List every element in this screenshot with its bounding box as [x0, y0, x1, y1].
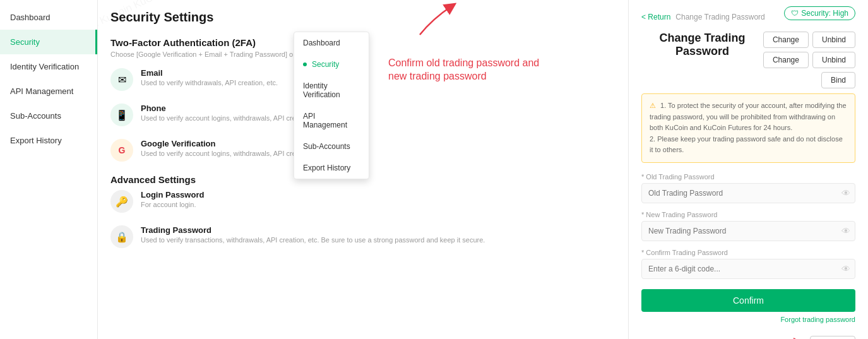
forgot-link[interactable]: Forgot trading password	[641, 316, 855, 323]
trading-pw-desc: Used to verify transactions, withdrawals…	[141, 236, 485, 244]
sidebar-item-export[interactable]: Export History	[0, 128, 97, 153]
sidebar-item-label: API Management	[10, 86, 73, 96]
old-pw-group: * Old Trading Password 👁	[641, 173, 855, 203]
trading-pw-content: Trading Password Used to verify transact…	[141, 225, 485, 244]
sidebar-item-security[interactable]: Security	[0, 30, 97, 54]
sidebar-item-label: Dashboard	[10, 13, 51, 22]
sidebar-item-identity[interactable]: Identity Verification	[0, 54, 97, 79]
new-pw-group: * New Trading Password 👁	[641, 211, 855, 241]
login-pw-content: Login Password For account login.	[141, 190, 204, 208]
new-pw-wrap: 👁	[641, 221, 855, 241]
login-pw-item: 🔑 Login Password For account login.	[110, 190, 615, 213]
old-pw-label: * Old Trading Password	[641, 173, 855, 181]
sidebar-item-label: Export History	[10, 136, 62, 145]
dropdown-dashboard[interactable]: Dashboard	[294, 32, 369, 54]
old-pw-wrap: 👁	[641, 183, 855, 203]
eye-icon-1[interactable]: 👁	[841, 188, 850, 198]
sidebar: Dashboard Security Identity Verification…	[0, 0, 98, 339]
old-pw-input[interactable]	[641, 183, 855, 203]
email-content: Email Used to verify withdrawals, API cr…	[141, 68, 278, 86]
sidebar-item-api[interactable]: API Management	[0, 79, 97, 104]
email-desc: Used to verify withdrawals, API creation…	[141, 79, 278, 86]
phone-icon: 📱	[110, 104, 133, 126]
warning-icon: ⚠	[650, 102, 656, 109]
google-name: Google Verification	[141, 139, 311, 148]
nav-dropdown: Dashboard Security Identity Verification…	[294, 32, 369, 179]
eye-icon-2[interactable]: 👁	[841, 226, 850, 236]
email-name: Email	[141, 68, 278, 78]
sidebar-item-label: Identity Verification	[10, 62, 79, 71]
warning-line1: 1. To protect the security of your accou…	[650, 102, 847, 131]
new-pw-input[interactable]	[641, 221, 855, 241]
dropdown-api[interactable]: API Management	[294, 105, 369, 136]
sidebar-item-label: Sub-Accounts	[10, 111, 61, 121]
unbind-button-2[interactable]: Unbind	[812, 52, 855, 68]
dropdown-identity[interactable]: Identity Verification	[294, 75, 369, 105]
step-change-button[interactable]: Change	[810, 336, 855, 339]
change-button-2[interactable]: Change	[763, 52, 809, 68]
dropdown-export[interactable]: Export History	[294, 157, 369, 179]
change-button-1[interactable]: Change	[763, 32, 809, 48]
security-badge-label: Security: High	[801, 9, 848, 18]
new-pw-label: * New Trading Password	[641, 211, 855, 218]
warning-line2: 2. Please keep your trading password saf…	[650, 135, 843, 154]
confirm-pw-group: * Confirm Trading Password 👁	[641, 249, 855, 279]
breadcrumb-current: Change Trading Password	[675, 13, 764, 21]
confirm-pw-label: * Confirm Trading Password	[641, 249, 855, 256]
google-icon: G	[110, 139, 133, 162]
login-pw-icon: 🔑	[110, 190, 133, 213]
trading-pw-name: Trading Password	[141, 225, 485, 235]
google-desc: Used to verify account logins, withdrawa…	[141, 150, 311, 157]
bind-button[interactable]: Bind	[821, 72, 855, 88]
step-annotation: Step 1: Click Change Change	[641, 336, 855, 339]
change-pw-title: Change Trading Password	[641, 32, 763, 58]
breadcrumb-return[interactable]: < Return	[641, 13, 670, 21]
confirm-pw-wrap: 👁	[641, 259, 855, 279]
dropdown-dashboard-label: Dashboard	[303, 39, 340, 47]
dropdown-api-label: API Management	[303, 112, 360, 129]
dropdown-export-label: Export History	[303, 164, 350, 172]
shield-icon: 🛡	[791, 9, 799, 18]
security-badge: 🛡 Security: High	[784, 6, 855, 20]
unbind-button-1[interactable]: Unbind	[812, 32, 855, 48]
top-bar: 🛡 Security: High	[784, 6, 855, 20]
dropdown-security-label: Security	[312, 60, 339, 69]
check-dot-icon	[303, 62, 307, 66]
email-icon: ✉	[110, 68, 133, 91]
trading-pw-icon: 🔒	[110, 225, 133, 248]
sidebar-item-label: Security	[10, 37, 40, 47]
confirm-button[interactable]: Confirm	[641, 289, 855, 312]
sidebar-item-dashboard[interactable]: Dashboard	[0, 5, 97, 30]
eye-icon-3[interactable]: 👁	[841, 264, 850, 274]
main-content: Security Settings Two-Factor Authenticat…	[98, 0, 628, 339]
annotation-text: Confirm old trading password and new tra…	[388, 57, 546, 83]
sidebar-item-subaccounts[interactable]: Sub-Accounts	[0, 104, 97, 128]
dropdown-subaccounts-label: Sub-Accounts	[303, 142, 350, 151]
dropdown-security[interactable]: Security	[294, 54, 369, 75]
trading-pw-item: 🔒 Trading Password Used to verify transa…	[110, 225, 615, 248]
warning-box: ⚠ 1. To protect the security of your acc…	[641, 93, 855, 163]
annotation-area: Confirm old trading password and new tra…	[369, 25, 546, 83]
login-pw-desc: For account login.	[141, 201, 204, 208]
right-panel: 🛡 Security: High < Return Change Trading…	[628, 0, 868, 339]
page-title: Security Settings	[110, 10, 615, 25]
annotation-arrow	[407, 0, 470, 38]
google-content: Google Verification Used to verify accou…	[141, 139, 311, 157]
dropdown-subaccounts[interactable]: Sub-Accounts	[294, 136, 369, 157]
confirm-pw-input[interactable]	[641, 259, 855, 279]
dropdown-identity-label: Identity Verification	[303, 81, 360, 99]
login-pw-name: Login Password	[141, 190, 204, 199]
